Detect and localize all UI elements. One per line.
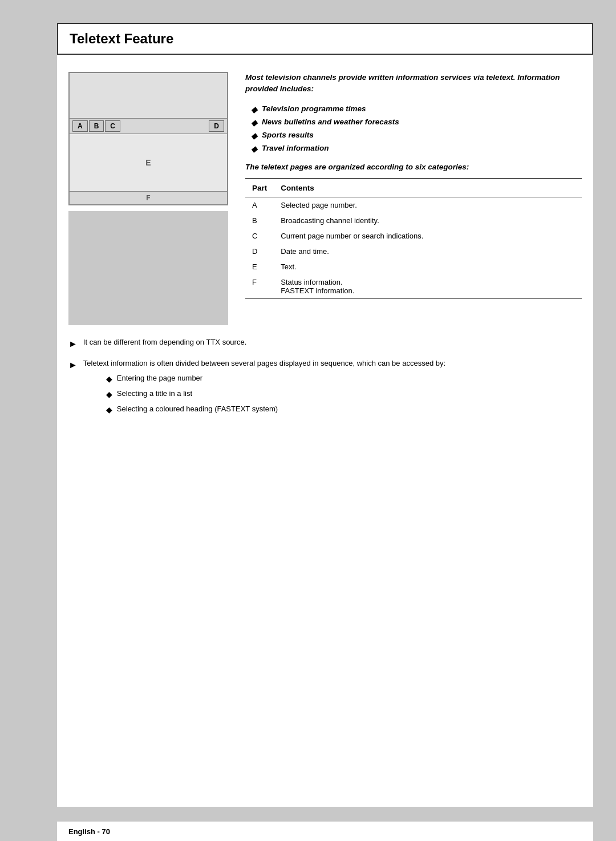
tv-top-area: [70, 73, 227, 119]
table-row: EText.: [245, 259, 582, 274]
sub-text-2: Selecting a title in a list: [117, 388, 192, 399]
bullet-text-2: News bulletins and weather forecasts: [262, 118, 399, 126]
bullet-text-4: Travel information: [262, 144, 329, 152]
tv-tabs-row: A B C D: [70, 119, 227, 134]
tv-middle-area: E: [70, 134, 227, 191]
table-cell-part: E: [245, 259, 274, 274]
main-content: A B C D E F Most televis: [57, 55, 593, 337]
table-cell-content: Selected page number.: [274, 197, 582, 213]
sub-item-2: ◆ Selecting a title in a list: [106, 388, 445, 401]
diamond-icon-1: ◆: [251, 105, 257, 114]
table-cell-content: Broadcasting channel identity.: [274, 213, 582, 228]
tv-tab-b: B: [89, 120, 104, 132]
intro-text: Most television channels provide written…: [245, 72, 582, 95]
table-row: ASelected page number.: [245, 197, 582, 213]
sub-diamond-1: ◆: [106, 373, 112, 385]
sub-item-3: ◆ Selecting a coloured heading (FASTEXT …: [106, 403, 445, 416]
notes-section: ► It can be different from depending on …: [57, 337, 593, 437]
note-sub-list: ◆ Entering the page number ◆ Selecting a…: [83, 373, 445, 416]
bullet-item-1: ◆ Television programme times: [251, 104, 582, 114]
footer-bar: English - 70: [57, 821, 593, 841]
title-bar: Teletext Feature: [57, 23, 593, 55]
tv-bottom-bar: F: [70, 191, 227, 204]
footer-text: English - 70: [68, 827, 110, 836]
tv-label-f: F: [146, 194, 150, 202]
tv-tab-c: C: [105, 120, 120, 132]
tv-label-e: E: [145, 158, 151, 167]
note-text-1: It can be different from depending on TT…: [83, 337, 246, 348]
table-cell-part: D: [245, 244, 274, 259]
right-panel: Most television channels provide written…: [245, 72, 582, 325]
table-header-row: Part Contents: [245, 179, 582, 197]
note-item-2: ► Teletext information is often divided …: [68, 358, 582, 419]
page-title: Teletext Feature: [70, 31, 173, 46]
content-area: Teletext Feature A B C D E: [57, 23, 593, 807]
table-cell-content: Status information.FASTEXT information.: [274, 274, 582, 299]
page-container: Teletext Feature A B C D E: [0, 0, 616, 841]
diamond-icon-3: ◆: [251, 131, 257, 140]
tv-tab-d: D: [209, 120, 224, 132]
table-cell-part: C: [245, 228, 274, 244]
bullet-item-4: ◆ Travel information: [251, 144, 582, 153]
arrow-icon-1: ►: [68, 337, 78, 351]
table-row: FStatus information.FASTEXT information.: [245, 274, 582, 299]
table-cell-part: B: [245, 213, 274, 228]
sub-diamond-2: ◆: [106, 389, 112, 401]
sub-text-1: Entering the page number: [117, 373, 202, 384]
bullet-text-1: Television programme times: [262, 104, 366, 113]
sub-item-1: ◆ Entering the page number: [106, 373, 445, 385]
tv-tab-a: A: [72, 120, 88, 132]
diamond-icon-4: ◆: [251, 144, 257, 153]
note-content-2: Teletext information is often divided be…: [83, 358, 445, 419]
info-table: Part Contents ASelected page number.BBro…: [245, 178, 582, 299]
col-part-header: Part: [245, 179, 274, 197]
diamond-icon-2: ◆: [251, 118, 257, 127]
bullet-list: ◆ Television programme times ◆ News bull…: [245, 104, 582, 153]
left-panel: A B C D E F: [68, 72, 228, 325]
table-cell-part: F: [245, 274, 274, 299]
arrow-icon-2: ►: [68, 358, 78, 372]
tv-below-area: [68, 211, 228, 325]
left-sidebar: [0, 0, 57, 841]
sub-text-3: Selecting a coloured heading (FASTEXT sy…: [117, 403, 278, 415]
table-row: BBroadcasting channel identity.: [245, 213, 582, 228]
categories-heading: The teletext pages are organized accordi…: [245, 163, 582, 171]
table-row: DDate and time.: [245, 244, 582, 259]
right-sidebar: [593, 0, 616, 841]
sub-diamond-3: ◆: [106, 404, 112, 416]
bullet-text-3: Sports results: [262, 131, 314, 139]
note-text-2: Teletext information is often divided be…: [83, 359, 445, 367]
table-row: CCurrent page number or search indicatio…: [245, 228, 582, 244]
bullet-item-2: ◆ News bulletins and weather forecasts: [251, 118, 582, 127]
table-cell-content: Text.: [274, 259, 582, 274]
note-item-1: ► It can be different from depending on …: [68, 337, 582, 351]
col-contents-header: Contents: [274, 179, 582, 197]
tv-diagram: A B C D E F: [68, 72, 228, 205]
table-cell-content: Date and time.: [274, 244, 582, 259]
bullet-item-3: ◆ Sports results: [251, 131, 582, 140]
table-cell-part: A: [245, 197, 274, 213]
table-cell-content: Current page number or search indication…: [274, 228, 582, 244]
